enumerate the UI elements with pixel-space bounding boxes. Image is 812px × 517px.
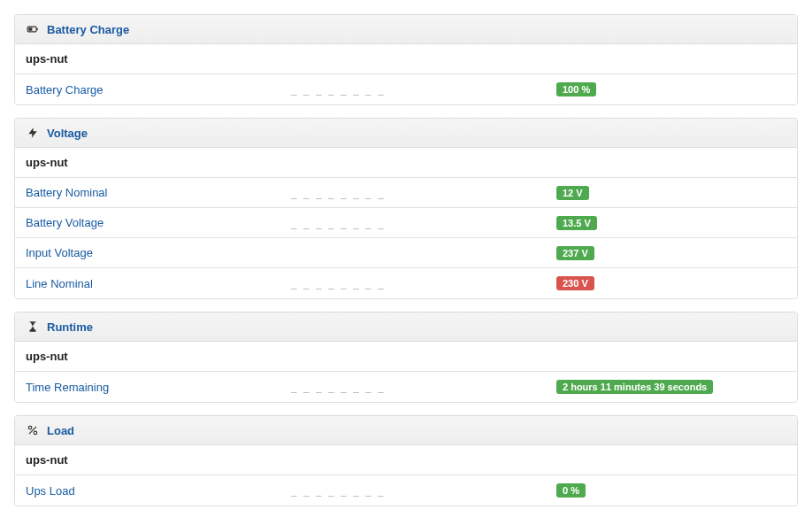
status-badge: 13.5 V	[556, 216, 597, 230]
hourglass-icon	[26, 320, 40, 334]
svg-line-5	[29, 427, 36, 434]
panel-battery: Battery Chargeups-nutBattery Charge– – –…	[14, 14, 798, 105]
metric-label[interactable]: Battery Charge	[26, 76, 291, 104]
panel-percent: Loadups-nutUps Load– – – – – – – –0 %	[14, 415, 798, 506]
metric-value-cell: 12 V	[556, 181, 786, 205]
graph-placeholder: – – – – – – – –	[291, 89, 386, 101]
metric-row: Battery Charge– – – – – – – –100 %	[15, 74, 797, 104]
panel-title: Load	[47, 424, 74, 437]
metric-graph: – – – – – – – –	[291, 76, 556, 103]
status-badge: 0 %	[556, 483, 586, 498]
metric-value-cell: 100 %	[556, 77, 786, 102]
status-badge: 12 V	[556, 186, 589, 200]
panel-title: Battery Charge	[47, 23, 129, 36]
status-badge: 237 V	[556, 246, 594, 260]
svg-point-4	[34, 431, 37, 435]
graph-placeholder: – – – – – – – –	[291, 490, 386, 502]
panel-bolt: Voltageups-nutBattery Nominal– – – – – –…	[14, 118, 798, 299]
metric-row: Time Remaining– – – – – – – –2 hours 11 …	[15, 372, 797, 402]
battery-icon	[26, 22, 40, 36]
svg-rect-2	[37, 28, 38, 30]
graph-placeholder: – – – – – – – –	[291, 282, 386, 295]
metric-label[interactable]: Battery Nominal	[26, 179, 291, 206]
metric-label[interactable]: Battery Voltage	[26, 209, 291, 236]
status-badge: 230 V	[556, 276, 594, 290]
panels-container: Battery Chargeups-nutBattery Charge– – –…	[14, 14, 798, 506]
metric-graph: – – – – – – – –	[291, 240, 556, 266]
panel-header[interactable]: Runtime	[15, 313, 797, 342]
graph-placeholder: – – – – – – – –	[291, 386, 386, 398]
metric-row: Battery Nominal– – – – – – – –12 V	[15, 178, 797, 208]
status-badge: 100 %	[556, 82, 596, 96]
metric-label[interactable]: Time Remaining	[26, 374, 291, 401]
device-name: ups-nut	[15, 44, 797, 74]
metric-value-cell: 2 hours 11 minutes 39 seconds	[556, 374, 786, 399]
graph-placeholder: – – – – – – – –	[291, 192, 386, 204]
panel-header[interactable]: Voltage	[15, 119, 797, 148]
metric-graph: – – – – – – – –	[291, 374, 556, 400]
metric-graph: – – – – – – – –	[291, 180, 556, 206]
panel-title: Voltage	[47, 127, 88, 140]
metric-row: Battery Voltage– – – – – – – –13.5 V	[15, 208, 797, 238]
metric-value-cell: 230 V	[556, 271, 786, 296]
metric-value-cell: 13.5 V	[556, 211, 786, 235]
metric-row: Ups Load– – – – – – – –0 %	[15, 475, 797, 505]
metric-row: Input Voltage– – – – – – – –237 V	[15, 238, 797, 268]
metric-graph: – – – – – – – –	[291, 270, 556, 297]
graph-placeholder: – – – – – – – –	[291, 222, 386, 235]
metric-graph: – – – – – – – –	[291, 210, 556, 236]
panel-title: Runtime	[47, 320, 93, 334]
svg-point-3	[28, 426, 32, 429]
panel-hourglass: Runtimeups-nutTime Remaining– – – – – – …	[14, 312, 798, 403]
device-name: ups-nut	[15, 445, 797, 475]
metric-value-cell: 0 %	[556, 478, 786, 503]
percent-icon	[26, 423, 40, 437]
status-badge: 2 hours 11 minutes 39 seconds	[556, 380, 713, 394]
metric-label[interactable]: Input Voltage	[26, 239, 291, 266]
panel-header[interactable]: Battery Charge	[15, 15, 797, 44]
svg-rect-1	[28, 27, 32, 31]
metric-label[interactable]: Ups Load	[26, 477, 291, 505]
panel-header[interactable]: Load	[15, 416, 797, 445]
metric-row: Line Nominal– – – – – – – –230 V	[15, 268, 797, 298]
device-name: ups-nut	[15, 342, 797, 372]
bolt-icon	[26, 126, 40, 140]
device-name: ups-nut	[15, 148, 797, 178]
metric-value-cell: 237 V	[556, 241, 786, 266]
metric-graph: – – – – – – – –	[291, 477, 556, 504]
metric-label[interactable]: Line Nominal	[26, 270, 291, 297]
